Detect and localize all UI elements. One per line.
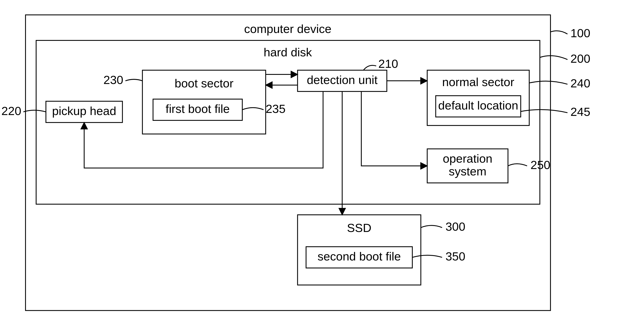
ref-235: 235	[266, 102, 285, 115]
diagram-root: computer device hard disk pickup head bo…	[0, 0, 644, 327]
ref-240: 240	[570, 77, 590, 90]
ref-245: 245	[570, 105, 590, 118]
second-boot-file-label: second boot file	[318, 250, 401, 263]
ref-230: 230	[104, 73, 123, 87]
pickup-head-label: pickup head	[52, 104, 116, 118]
operation-system-label-2: system	[449, 165, 486, 178]
boot-sector-label: boot sector	[175, 77, 234, 90]
ref-210: 210	[378, 57, 398, 70]
default-location-label: default location	[438, 99, 518, 112]
ssd-label: SSD	[347, 221, 372, 234]
hard-disk-label: hard disk	[264, 46, 312, 59]
ref-250: 250	[530, 158, 550, 172]
computer-device-label: computer device	[244, 22, 332, 36]
detection-unit-label: detection unit	[307, 73, 378, 87]
operation-system-label-1: operation	[443, 152, 492, 165]
ref-300: 300	[446, 220, 465, 233]
ref-200: 200	[570, 52, 590, 65]
leader-100	[550, 31, 568, 34]
first-boot-file-label: first boot file	[166, 102, 230, 115]
ref-350: 350	[446, 250, 465, 263]
ref-220: 220	[2, 104, 21, 118]
ref-100: 100	[570, 26, 590, 40]
normal-sector-label: normal sector	[442, 75, 514, 89]
